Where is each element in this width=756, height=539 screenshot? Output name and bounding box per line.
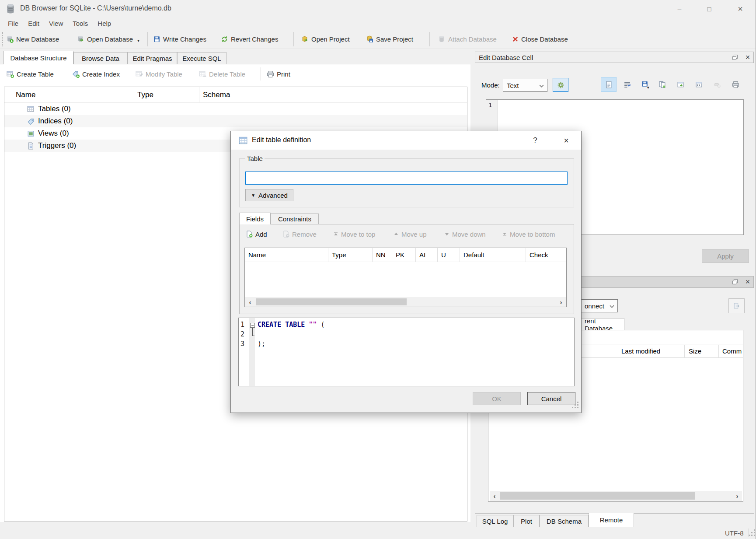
fields-column-nn[interactable]: NN: [373, 248, 392, 262]
fields-column-pk[interactable]: PK: [392, 248, 416, 262]
minimize-button[interactable]: –: [668, 0, 691, 18]
move-down-button[interactable]: Move down: [444, 228, 486, 240]
column-last-modified[interactable]: Last modified: [621, 347, 660, 355]
print-button[interactable]: Print: [267, 66, 290, 81]
print-icon: [267, 70, 274, 78]
maximize-button[interactable]: □: [698, 0, 721, 18]
tree-row-indices-label: Indices (0): [38, 117, 73, 126]
scroll-thumb[interactable]: [256, 298, 407, 305]
remote-close-button[interactable]: ×: [742, 276, 753, 287]
write-changes-button[interactable]: Write Changes: [153, 32, 206, 46]
null-cell-button[interactable]: [709, 77, 725, 92]
encoding-indicator[interactable]: UTF-8: [725, 529, 744, 537]
tree-column-name[interactable]: Name: [4, 87, 134, 103]
save-project-button[interactable]: Save Project: [366, 32, 413, 46]
text-mode-button[interactable]: [601, 77, 617, 92]
fields-column-default[interactable]: Default: [460, 248, 526, 262]
edit-cell-float-button[interactable]: [729, 53, 741, 62]
scroll-thumb[interactable]: [500, 492, 695, 500]
revert-changes-button[interactable]: Revert Changes: [221, 32, 278, 46]
column-commit[interactable]: Comm: [722, 347, 742, 355]
word-wrap-button[interactable]: [619, 77, 635, 92]
scroll-left-button[interactable]: ‹: [245, 297, 255, 307]
scroll-left-button[interactable]: ‹: [490, 491, 499, 501]
remove-field-label: Remove: [292, 231, 317, 238]
create-table-button[interactable]: Create Table: [7, 66, 54, 81]
views-icon: [27, 130, 35, 137]
save-project-icon: [366, 35, 373, 43]
create-index-button[interactable]: Create Index: [72, 66, 120, 81]
fields-column-u[interactable]: U: [438, 248, 460, 262]
tab-browse-data[interactable]: Browse Data: [73, 52, 128, 64]
clone-database-button[interactable]: [728, 298, 745, 313]
open-database-dropdown-icon[interactable]: ▾: [137, 38, 139, 43]
tree-column-schema[interactable]: Schema: [199, 87, 467, 103]
tab-execute-sql[interactable]: Execute SQL: [177, 52, 226, 64]
table-name-input[interactable]: [245, 172, 568, 185]
tree-column-type[interactable]: Type: [134, 87, 199, 103]
delete-table-button[interactable]: Delete Table: [199, 66, 245, 81]
modify-table-button[interactable]: Modify Table: [136, 66, 182, 81]
fields-column-name[interactable]: Name: [245, 248, 328, 262]
fields-column-ai-label: AI: [419, 251, 425, 259]
save-cell-button[interactable]: ▾: [637, 77, 652, 92]
add-field-button[interactable]: Add: [246, 228, 267, 240]
menu-file[interactable]: File: [3, 18, 23, 28]
fields-column-ai[interactable]: AI: [416, 248, 438, 262]
attach-database-button[interactable]: Attach Database: [438, 32, 497, 46]
remote-float-button[interactable]: [729, 277, 741, 286]
menu-view[interactable]: View: [44, 18, 68, 28]
tab-edit-pragmas[interactable]: Edit Pragmas: [128, 52, 177, 64]
tab-plot[interactable]: Plot: [513, 515, 540, 527]
edit-cell-close-button[interactable]: ×: [742, 52, 753, 63]
column-size[interactable]: Size: [689, 347, 701, 355]
scroll-right-button[interactable]: ›: [556, 297, 566, 307]
move-to-bottom-button[interactable]: Move to bottom: [502, 228, 555, 240]
import-cell-button[interactable]: [654, 77, 670, 92]
fold-guide: [252, 328, 253, 336]
scroll-right-button[interactable]: ›: [732, 491, 742, 501]
menu-tools[interactable]: Tools: [68, 18, 93, 28]
tab-db-schema[interactable]: DB Schema: [540, 515, 589, 527]
mode-select[interactable]: Text: [503, 79, 547, 92]
menu-help[interactable]: Help: [93, 18, 116, 28]
move-to-top-button[interactable]: Move to top: [333, 228, 375, 240]
ok-label: OK: [492, 395, 502, 402]
move-up-button[interactable]: Move up: [394, 228, 427, 240]
window-resize-grip[interactable]: [751, 532, 753, 533]
tab-remote[interactable]: Remote: [589, 513, 634, 527]
remove-field-button[interactable]: Remove: [282, 228, 317, 240]
print-cell-button[interactable]: [728, 77, 743, 92]
cancel-button[interactable]: Cancel: [527, 392, 575, 405]
close-button[interactable]: ×: [729, 0, 752, 18]
tab-database-structure[interactable]: Database Structure: [3, 51, 73, 64]
fields-column-check[interactable]: Check: [526, 248, 566, 262]
auto-detect-mode-button[interactable]: [553, 78, 568, 92]
menu-edit[interactable]: Edit: [23, 18, 44, 28]
fields-column-type[interactable]: Type: [328, 248, 373, 262]
ok-button[interactable]: OK: [473, 392, 521, 405]
scroll-right-icon: ›: [736, 492, 739, 500]
export-cell-button[interactable]: [672, 77, 688, 92]
tab-fields[interactable]: Fields: [239, 213, 271, 224]
status-separator: [749, 528, 749, 537]
document-icon: [605, 81, 613, 88]
fold-toggle-icon[interactable]: [250, 323, 255, 328]
tree-row-indices[interactable]: Indices (0): [4, 115, 467, 127]
tab-constraints[interactable]: Constraints: [271, 214, 319, 224]
close-database-button[interactable]: Close Database: [512, 32, 568, 46]
open-database-button[interactable]: Open Database: [77, 32, 133, 46]
dialog-close-button[interactable]: ×: [555, 131, 577, 150]
tab-sql-log[interactable]: SQL Log: [477, 515, 513, 527]
apply-button[interactable]: Apply: [702, 249, 749, 263]
modify-table-label: Modify Table: [146, 70, 182, 78]
dialog-resize-grip[interactable]: [575, 404, 576, 406]
open-in-app-button[interactable]: [691, 77, 707, 92]
print-label: Print: [277, 70, 290, 78]
tree-row-tables[interactable]: Tables (0): [4, 103, 467, 115]
open-project-button[interactable]: Open Project: [301, 32, 350, 46]
toolbar-grip[interactable]: [2, 32, 3, 46]
dialog-help-button[interactable]: ?: [524, 131, 546, 150]
new-database-button[interactable]: New Database: [6, 32, 59, 46]
advanced-button[interactable]: ▼ Advanced: [245, 189, 293, 201]
